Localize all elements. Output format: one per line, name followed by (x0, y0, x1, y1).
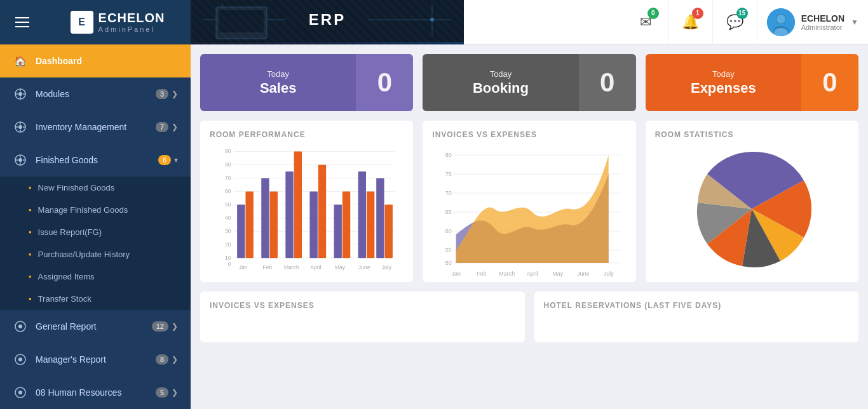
inventory-badge: 7 (156, 122, 168, 132)
main-layout: 🏠 Dashboard Modules 3 ❯ (0, 44, 868, 409)
submenu-label-manage-finished-goods: Manage Finished Goods (38, 205, 128, 215)
bottom-hotel-reservations-card: HOTEL RESERVATIONS (LAST FIVE DAYS) (534, 292, 859, 342)
bell-button[interactable]: 🔔 1 (668, 0, 713, 44)
invoices-expenses-chart: 80 75 70 65 60 55 50 Jan F (432, 145, 626, 272)
banner-text: ERP (191, 0, 464, 44)
stat-card-booking: Today Booking 0 (423, 54, 635, 111)
sidebar-item-modules[interactable]: Modules 3 ❯ (0, 77, 191, 111)
svg-text:Feb: Feb (262, 264, 272, 271)
user-info: ECHELON Administrator (801, 13, 844, 31)
email-button[interactable]: ✉ 0 (624, 0, 668, 44)
sales-value: 0 (356, 54, 413, 111)
svg-rect-68 (318, 164, 326, 258)
sub-icon-transfer: ▪ (29, 294, 32, 304)
submenu-item-manage-finished-goods[interactable]: ▪ Manage Finished Goods (0, 199, 191, 221)
submenu-label-issue-report: Issue Report(FG) (38, 227, 102, 237)
stat-card-expenses: Today Expenses 0 (646, 54, 858, 111)
banner-placeholder: ERP (191, 0, 464, 44)
brand-text: ECHELON AdminPanel (98, 11, 165, 33)
svg-text:June: June (577, 271, 590, 277)
brand-name: ECHELON (98, 11, 165, 25)
sidebar-item-inventory[interactable]: Inventory Management 7 ❯ (0, 111, 191, 144)
sales-label-area: Today Sales (200, 54, 356, 111)
sidebar-item-human-resources[interactable]: 08 Human Resources 5 ❯ (0, 376, 191, 409)
modules-chevron: ❯ (172, 90, 178, 98)
sidebar-label-dashboard: Dashboard (36, 56, 178, 66)
svg-text:80: 80 (445, 152, 452, 158)
svg-text:10: 10 (225, 255, 231, 261)
bell-badge: 1 (692, 8, 703, 19)
svg-text:April: April (527, 271, 538, 277)
svg-point-35 (18, 325, 22, 328)
managers-report-badge: 8 (156, 354, 168, 365)
svg-point-17 (18, 92, 22, 96)
svg-rect-1 (191, 0, 464, 42)
svg-rect-62 (245, 191, 253, 258)
svg-text:March: March (499, 271, 515, 277)
submenu-item-new-finished-goods[interactable]: ▪ New Finished Goods (0, 177, 191, 199)
svg-rect-9 (219, 10, 264, 32)
message-badge: 15 (736, 8, 748, 19)
svg-text:50: 50 (445, 260, 452, 266)
bottom-invoices-title: INVOICES VS EXPENSES (210, 301, 515, 310)
message-button[interactable]: 💬 15 (713, 0, 757, 44)
svg-text:April: April (310, 264, 321, 271)
expenses-label-area: Today Expenses (646, 54, 801, 111)
svg-text:ERP: ERP (309, 11, 346, 28)
svg-text:May: May (552, 271, 564, 277)
svg-rect-61 (237, 204, 245, 258)
sidebar-item-finished-goods[interactable]: Finished Goods 6 ▾ (0, 144, 191, 177)
room-performance-title: ROOM PERFORMANCE (210, 130, 403, 139)
bottom-charts-row: INVOICES VS EXPENSES HOTEL RESERVATIONS … (200, 292, 858, 342)
user-name: ECHELON (801, 13, 844, 23)
brand-sub: AdminPanel (98, 25, 165, 33)
sub-icon-new: ▪ (29, 183, 32, 192)
header-actions: ✉ 0 🔔 1 💬 15 ECHELON Adminis (624, 0, 868, 44)
sidebar-toggle-button[interactable] (0, 0, 44, 44)
sidebar-item-dashboard[interactable]: 🏠 Dashboard (0, 44, 191, 77)
svg-rect-66 (294, 152, 302, 258)
managers-report-chevron: ❯ (172, 355, 178, 364)
invoices-expenses-card: INVOICES VS EXPENSES 80 75 (423, 121, 635, 282)
sidebar-item-general-report[interactable]: General Report 12 ❯ (0, 310, 191, 343)
home-icon: 🏠 (13, 53, 28, 69)
submenu-item-transfer-stock[interactable]: ▪ Transfer Stock (0, 288, 191, 310)
sidebar-label-inventory: Inventory Management (36, 122, 156, 132)
human-resources-badge: 5 (156, 387, 168, 398)
sub-icon-assigned: ▪ (29, 272, 32, 281)
svg-text:70: 70 (445, 190, 452, 196)
submenu-item-assigned-items[interactable]: ▪ Assigned Items (0, 265, 191, 288)
brand-logo: E ECHELON AdminPanel (71, 11, 165, 34)
content-area: Today Sales 0 Today Booking 0 Today Expe… (191, 44, 868, 409)
submenu-label-new-finished-goods: New Finished Goods (38, 183, 115, 192)
svg-point-29 (18, 158, 22, 162)
avatar (767, 8, 795, 36)
svg-rect-67 (309, 191, 317, 258)
submenu-item-issue-report[interactable]: ▪ Issue Report(FG) (0, 221, 191, 243)
finished-goods-badge: 6 (158, 155, 171, 165)
room-statistics-chart (655, 145, 849, 272)
modules-icon (13, 86, 28, 102)
booking-today-label: Today (490, 69, 512, 79)
svg-point-7 (430, 18, 434, 22)
svg-text:60: 60 (225, 188, 231, 194)
finished-goods-icon (13, 152, 28, 168)
banner-area: ERP (191, 0, 624, 44)
invoices-expenses-title: INVOICES VS EXPENSES (432, 130, 626, 139)
inventory-icon (13, 119, 28, 135)
svg-text:Jan: Jan (239, 264, 248, 271)
room-performance-card: ROOM PERFORMANCE 90 (200, 121, 413, 282)
svg-text:Feb: Feb (477, 271, 487, 277)
submenu-item-purchase-history[interactable]: ▪ Purchase/Update History (0, 243, 191, 265)
sub-icon-manage: ▪ (29, 205, 32, 215)
svg-rect-8 (216, 7, 267, 39)
sidebar-item-managers-report[interactable]: Manager's Report 8 ❯ (0, 343, 191, 376)
expenses-value: 0 (801, 54, 858, 111)
email-badge: 0 (648, 8, 659, 19)
sidebar-label-managers-report: Manager's Report (36, 354, 156, 365)
svg-text:50: 50 (225, 201, 231, 208)
user-menu[interactable]: ECHELON Administrator ▼ (757, 8, 868, 36)
svg-text:June: June (358, 264, 370, 271)
svg-text:0: 0 (228, 261, 231, 267)
hamburger-icon (15, 17, 29, 27)
